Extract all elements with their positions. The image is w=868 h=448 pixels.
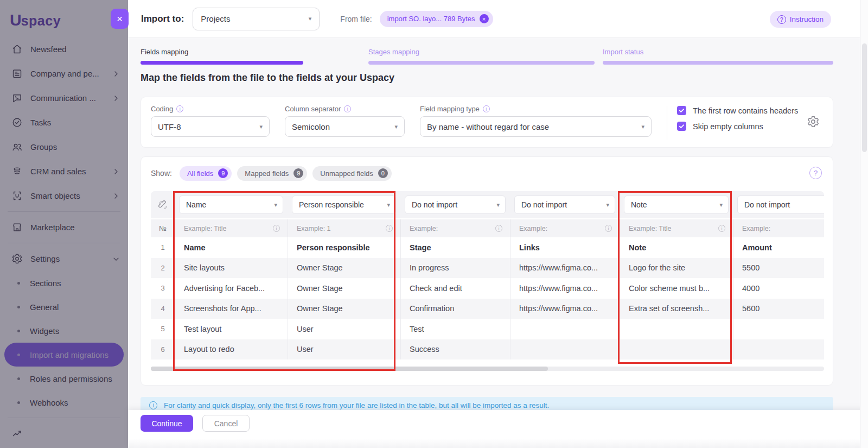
table-row: 1 Name Person responsible Stage Links No…	[151, 237, 824, 258]
bullet-icon	[17, 377, 20, 380]
uspacy-logo: Uspacy	[0, 0, 128, 37]
chevron-down-icon: ▾	[719, 201, 723, 209]
checkbox-label: The first row contains headers	[693, 106, 798, 115]
step-progress-bar	[603, 61, 833, 65]
instruction-label: Instruction	[790, 15, 824, 23]
info-icon: i	[273, 225, 280, 232]
sidebar-item-label: Company and pe...	[30, 69, 112, 78]
advanced-settings-button[interactable]	[807, 115, 821, 129]
fields-mapping-card: Show: All fields 9 Mapped fields 9 Unmap…	[141, 156, 833, 386]
sidebar-item-settings[interactable]: Settings	[0, 247, 128, 271]
instruction-button[interactable]: ? Instruction	[770, 11, 831, 28]
sidebar-item-company[interactable]: Company and pe...	[0, 61, 128, 86]
vertical-scrollbar-thumb[interactable]	[862, 43, 867, 152]
info-icon: i	[605, 225, 612, 232]
vertical-scrollbar[interactable]	[860, 0, 868, 448]
count-badge: 0	[378, 168, 388, 178]
sidebar-divider	[8, 211, 120, 212]
column-field-select-3[interactable]: Do not import▾	[405, 195, 506, 214]
sidebar-divider	[8, 243, 120, 243]
first-row-headers-checkbox[interactable]: The first row contains headers	[677, 106, 798, 115]
chevron-right-icon	[112, 94, 120, 103]
help-circle-icon[interactable]: ?	[809, 167, 822, 179]
sidebar-close-button[interactable]: ×	[111, 9, 129, 29]
sidebar-item-import-and-migrations[interactable]: Import and migrations	[4, 343, 124, 367]
column-field-select-1[interactable]: Name▾	[179, 195, 283, 214]
step-progress-bar	[368, 61, 595, 65]
info-icon: i	[386, 225, 393, 232]
file-chip: import SO. layo... 789 Bytes ×	[380, 11, 493, 27]
continue-button[interactable]: Continue	[141, 415, 193, 432]
sidebar-item-label: Groups	[30, 142, 120, 152]
info-icon: i	[483, 105, 490, 112]
separator-field: Column separator i Semicolon ▾	[285, 105, 405, 147]
column-field-select-2[interactable]: Person responsible▾	[292, 195, 396, 214]
column-field-select-5[interactable]: Note▾	[624, 195, 729, 214]
show-filter-row: Show: All fields 9 Mapped fields 9 Unmap…	[151, 166, 823, 181]
step-label: Import status	[603, 48, 833, 56]
mapping-type-select[interactable]: By name - without regard for case ▾	[420, 116, 652, 137]
sidebar-item-widgets[interactable]: Widgets	[4, 319, 124, 343]
import-header: Import to: Projects ▾ From file: import …	[128, 0, 868, 38]
separator-label: Column separator i	[285, 105, 405, 113]
filter-unmapped-fields[interactable]: Unmapped fields 0	[312, 166, 392, 181]
column-field-select-4[interactable]: Do not import▾	[514, 195, 615, 214]
gear-icon	[11, 253, 23, 265]
page-title: Map the fields from the file to the fiel…	[141, 72, 394, 84]
sidebar-item-tasks[interactable]: Tasks	[0, 110, 128, 135]
sidebar-item-crm[interactable]: CRM and sales	[0, 159, 128, 184]
info-icon: i	[718, 225, 725, 232]
broken-link-icon	[151, 195, 175, 214]
sidebar-item-webhooks[interactable]: Webhooks	[4, 390, 124, 414]
table-row: 5 Test layout User Test	[151, 319, 824, 339]
filter-mapped-fields[interactable]: Mapped fields 9	[237, 166, 307, 181]
info-icon: i	[344, 105, 351, 112]
chevron-right-icon	[112, 192, 120, 200]
sidebar-item-cutoff[interactable]	[0, 421, 128, 446]
import-settings-card: Coding i UTF-8 ▾ Column separator i Semi…	[141, 97, 833, 148]
checkbox-label: Skip empty columns	[693, 122, 763, 131]
horizontal-scrollbar-thumb[interactable]	[151, 367, 548, 371]
sidebar-item-label: Webhooks	[30, 398, 68, 407]
coding-label: Coding i	[151, 105, 270, 113]
skip-empty-columns-checkbox[interactable]: Skip empty columns	[677, 122, 798, 131]
bullet-icon	[17, 401, 20, 404]
sidebar-item-label: Smart objects	[30, 191, 112, 200]
import-target-select[interactable]: Projects ▾	[193, 8, 320, 30]
sidebar-item-groups[interactable]: Groups	[0, 135, 128, 159]
sidebar-item-sections[interactable]: Sections	[4, 271, 124, 295]
coding-value: UTF-8	[158, 122, 181, 131]
chevron-down-icon: ▾	[496, 201, 500, 209]
cancel-button[interactable]: Cancel	[202, 415, 250, 432]
show-label: Show:	[151, 169, 172, 178]
mapping-type-label: Field mapping type i	[420, 105, 652, 113]
sidebar-item-smart-objects[interactable]: Smart objects	[0, 184, 128, 208]
close-icon: ×	[117, 14, 123, 24]
filter-all-fields[interactable]: All fields 9	[180, 166, 232, 181]
sidebar-item-general[interactable]: General	[4, 295, 124, 319]
checkbox-checked-icon	[677, 106, 686, 115]
sidebar-item-communication[interactable]: Communication ...	[0, 86, 128, 110]
smart-objects-icon	[11, 190, 23, 202]
gear-icon	[807, 115, 821, 128]
mapping-type-value: By name - without regard for case	[427, 122, 549, 131]
coding-field: Coding i UTF-8 ▾	[151, 105, 270, 147]
close-circle-icon[interactable]: ×	[480, 14, 489, 23]
coding-select[interactable]: UTF-8 ▾	[151, 116, 270, 137]
separator-select[interactable]: Semicolon ▾	[285, 116, 405, 137]
horizontal-scrollbar[interactable]	[151, 367, 824, 371]
sidebar-item-newsfeed[interactable]: Newsfeed	[0, 37, 128, 61]
chevron-down-icon: ▾	[394, 123, 398, 130]
communication-icon	[11, 92, 23, 104]
uspacy-logo-mark: U	[10, 11, 21, 29]
sidebar-item-label: Tasks	[30, 118, 120, 127]
groups-icon	[11, 141, 23, 153]
import-to-label: Import to:	[141, 14, 184, 24]
trending-up-icon	[11, 428, 23, 440]
import-target-value: Projects	[201, 14, 230, 23]
sidebar-item-roles-and-permissions[interactable]: Roles and permissions	[4, 367, 124, 390]
sidebar-item-marketplace[interactable]: Marketplace	[0, 215, 128, 239]
step-import-status: Import status	[603, 48, 833, 65]
column-field-select-6[interactable]: Do not import▾	[737, 195, 824, 214]
import-options: The first row contains headers Skip empt…	[667, 105, 798, 147]
